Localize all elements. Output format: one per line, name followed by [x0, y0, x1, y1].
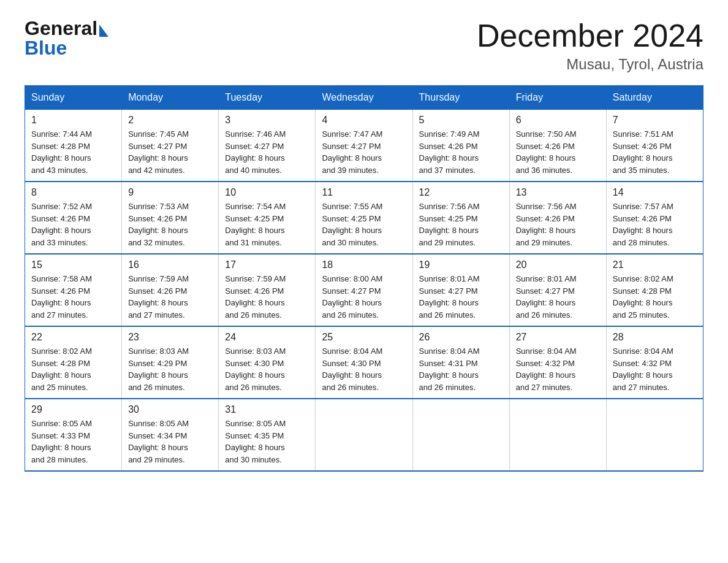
logo-blue-text: Blue — [25, 38, 108, 58]
logo: General Blue — [25, 18, 108, 58]
calendar-row-4: 22Sunrise: 8:02 AMSunset: 4:28 PMDayligh… — [25, 326, 703, 399]
day-info: Sunrise: 8:03 AMSunset: 4:30 PMDaylight:… — [225, 345, 309, 393]
day-number: 11 — [322, 187, 406, 198]
day-info: Sunrise: 7:52 AMSunset: 4:26 PMDaylight:… — [31, 201, 115, 248]
calendar-cell — [606, 399, 703, 471]
calendar-row-1: 1Sunrise: 7:44 AMSunset: 4:28 PMDaylight… — [25, 110, 703, 182]
day-number: 28 — [613, 332, 697, 343]
day-info: Sunrise: 7:57 AMSunset: 4:26 PMDaylight:… — [613, 201, 697, 248]
day-info: Sunrise: 7:59 AMSunset: 4:26 PMDaylight:… — [128, 273, 212, 321]
header-monday: Monday — [122, 86, 219, 110]
calendar-cell: 2Sunrise: 7:45 AMSunset: 4:27 PMDaylight… — [122, 110, 219, 182]
header-wednesday: Wednesday — [316, 86, 412, 110]
weekday-header-row: Sunday Monday Tuesday Wednesday Thursday… — [25, 86, 703, 110]
calendar-cell: 30Sunrise: 8:05 AMSunset: 4:34 PMDayligh… — [122, 399, 219, 471]
day-info: Sunrise: 7:55 AMSunset: 4:25 PMDaylight:… — [322, 201, 406, 248]
day-number: 24 — [225, 332, 309, 343]
day-number: 2 — [128, 115, 212, 126]
day-info: Sunrise: 7:45 AMSunset: 4:27 PMDaylight:… — [128, 128, 212, 176]
calendar-cell: 8Sunrise: 7:52 AMSunset: 4:26 PMDaylight… — [25, 182, 122, 254]
day-number: 6 — [516, 115, 600, 126]
page-header: General Blue December 2024 Musau, Tyrol,… — [25, 18, 703, 73]
day-number: 27 — [516, 332, 600, 343]
month-title: December 2024 — [477, 18, 703, 53]
day-number: 8 — [31, 187, 115, 198]
day-number: 10 — [225, 187, 309, 198]
calendar-table: Sunday Monday Tuesday Wednesday Thursday… — [25, 85, 703, 472]
day-info: Sunrise: 7:50 AMSunset: 4:26 PMDaylight:… — [516, 128, 600, 176]
calendar-cell: 22Sunrise: 8:02 AMSunset: 4:28 PMDayligh… — [25, 326, 122, 399]
calendar-cell — [412, 399, 509, 471]
day-info: Sunrise: 7:56 AMSunset: 4:26 PMDaylight:… — [516, 201, 600, 248]
day-number: 7 — [613, 115, 697, 126]
day-info: Sunrise: 8:04 AMSunset: 4:30 PMDaylight:… — [322, 345, 406, 393]
header-saturday: Saturday — [606, 86, 703, 110]
day-number: 17 — [225, 259, 309, 270]
calendar-cell: 17Sunrise: 7:59 AMSunset: 4:26 PMDayligh… — [219, 254, 316, 326]
calendar-cell: 24Sunrise: 8:03 AMSunset: 4:30 PMDayligh… — [219, 326, 316, 399]
calendar-cell: 12Sunrise: 7:56 AMSunset: 4:25 PMDayligh… — [412, 182, 509, 254]
calendar-cell: 9Sunrise: 7:53 AMSunset: 4:26 PMDaylight… — [122, 182, 219, 254]
day-number: 26 — [419, 332, 503, 343]
calendar-cell: 18Sunrise: 8:00 AMSunset: 4:27 PMDayligh… — [316, 254, 412, 326]
calendar-cell: 11Sunrise: 7:55 AMSunset: 4:25 PMDayligh… — [316, 182, 412, 254]
calendar-cell: 29Sunrise: 8:05 AMSunset: 4:33 PMDayligh… — [25, 399, 122, 471]
day-info: Sunrise: 8:00 AMSunset: 4:27 PMDaylight:… — [322, 273, 406, 321]
calendar-cell: 14Sunrise: 7:57 AMSunset: 4:26 PMDayligh… — [606, 182, 703, 254]
day-info: Sunrise: 7:51 AMSunset: 4:26 PMDaylight:… — [613, 128, 697, 176]
calendar-row-5: 29Sunrise: 8:05 AMSunset: 4:33 PMDayligh… — [25, 399, 703, 471]
day-number: 29 — [31, 404, 115, 415]
day-number: 14 — [613, 187, 697, 198]
day-number: 4 — [322, 115, 406, 126]
header-friday: Friday — [509, 86, 606, 110]
day-info: Sunrise: 7:47 AMSunset: 4:27 PMDaylight:… — [322, 128, 406, 176]
day-info: Sunrise: 8:01 AMSunset: 4:27 PMDaylight:… — [516, 273, 600, 321]
day-info: Sunrise: 7:53 AMSunset: 4:26 PMDaylight:… — [128, 201, 212, 248]
day-info: Sunrise: 7:56 AMSunset: 4:25 PMDaylight:… — [419, 201, 503, 248]
day-number: 23 — [128, 332, 212, 343]
calendar-cell: 25Sunrise: 8:04 AMSunset: 4:30 PMDayligh… — [316, 326, 412, 399]
calendar-cell: 26Sunrise: 8:04 AMSunset: 4:31 PMDayligh… — [412, 326, 509, 399]
calendar-cell: 1Sunrise: 7:44 AMSunset: 4:28 PMDaylight… — [25, 110, 122, 182]
day-number: 1 — [31, 115, 115, 126]
calendar-cell: 4Sunrise: 7:47 AMSunset: 4:27 PMDaylight… — [316, 110, 412, 182]
day-info: Sunrise: 8:05 AMSunset: 4:34 PMDaylight:… — [128, 418, 212, 465]
day-number: 12 — [419, 187, 503, 198]
day-number: 31 — [225, 404, 309, 415]
calendar-cell: 27Sunrise: 8:04 AMSunset: 4:32 PMDayligh… — [509, 326, 606, 399]
calendar-cell: 13Sunrise: 7:56 AMSunset: 4:26 PMDayligh… — [509, 182, 606, 254]
day-info: Sunrise: 8:04 AMSunset: 4:32 PMDaylight:… — [516, 345, 600, 393]
calendar-cell: 3Sunrise: 7:46 AMSunset: 4:27 PMDaylight… — [219, 110, 316, 182]
day-info: Sunrise: 7:49 AMSunset: 4:26 PMDaylight:… — [419, 128, 503, 176]
calendar-cell: 28Sunrise: 8:04 AMSunset: 4:32 PMDayligh… — [606, 326, 703, 399]
day-number: 3 — [225, 115, 309, 126]
day-info: Sunrise: 7:58 AMSunset: 4:26 PMDaylight:… — [31, 273, 115, 321]
header-tuesday: Tuesday — [219, 86, 316, 110]
calendar-cell: 7Sunrise: 7:51 AMSunset: 4:26 PMDaylight… — [606, 110, 703, 182]
day-info: Sunrise: 8:01 AMSunset: 4:27 PMDaylight:… — [419, 273, 503, 321]
calendar-cell: 10Sunrise: 7:54 AMSunset: 4:25 PMDayligh… — [219, 182, 316, 254]
calendar-cell: 16Sunrise: 7:59 AMSunset: 4:26 PMDayligh… — [122, 254, 219, 326]
calendar-cell: 21Sunrise: 8:02 AMSunset: 4:28 PMDayligh… — [606, 254, 703, 326]
day-info: Sunrise: 8:02 AMSunset: 4:28 PMDaylight:… — [613, 273, 697, 321]
day-number: 5 — [419, 115, 503, 126]
calendar-row-2: 8Sunrise: 7:52 AMSunset: 4:26 PMDaylight… — [25, 182, 703, 254]
day-number: 22 — [31, 332, 115, 343]
day-number: 21 — [613, 259, 697, 270]
title-section: December 2024 Musau, Tyrol, Austria — [477, 18, 703, 73]
day-number: 20 — [516, 259, 600, 270]
day-info: Sunrise: 8:03 AMSunset: 4:29 PMDaylight:… — [128, 345, 212, 393]
day-number: 16 — [128, 259, 212, 270]
calendar-row-3: 15Sunrise: 7:58 AMSunset: 4:26 PMDayligh… — [25, 254, 703, 326]
calendar-cell: 20Sunrise: 8:01 AMSunset: 4:27 PMDayligh… — [509, 254, 606, 326]
header-sunday: Sunday — [25, 86, 122, 110]
logo-general-text: General — [25, 18, 108, 38]
day-info: Sunrise: 8:02 AMSunset: 4:28 PMDaylight:… — [31, 345, 115, 393]
day-number: 13 — [516, 187, 600, 198]
day-info: Sunrise: 7:44 AMSunset: 4:28 PMDaylight:… — [31, 128, 115, 176]
calendar-cell: 5Sunrise: 7:49 AMSunset: 4:26 PMDaylight… — [412, 110, 509, 182]
day-info: Sunrise: 8:04 AMSunset: 4:32 PMDaylight:… — [613, 345, 697, 393]
day-info: Sunrise: 7:46 AMSunset: 4:27 PMDaylight:… — [225, 128, 309, 176]
day-info: Sunrise: 7:59 AMSunset: 4:26 PMDaylight:… — [225, 273, 309, 321]
calendar-cell: 31Sunrise: 8:05 AMSunset: 4:35 PMDayligh… — [219, 399, 316, 471]
